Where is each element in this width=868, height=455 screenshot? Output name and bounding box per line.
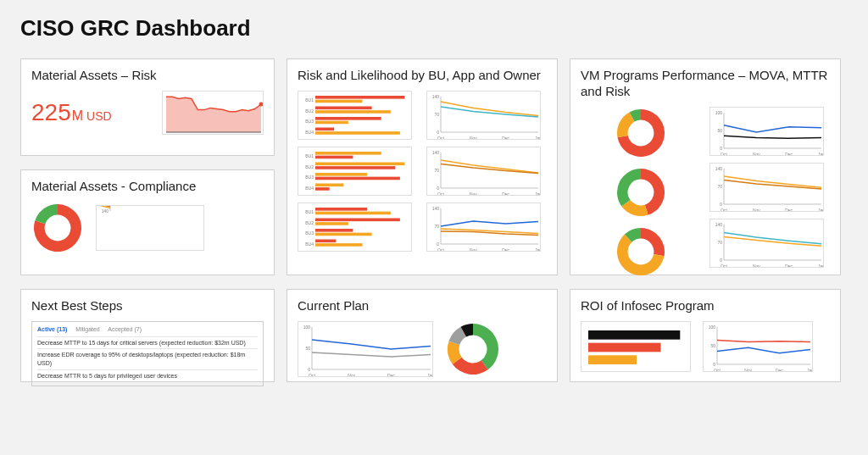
- panel-current-plan: Current Plan 050100OctNovDecJan: [287, 289, 558, 382]
- svg-rect-18: [315, 117, 381, 120]
- svg-text:Jan: Jan: [535, 136, 541, 140]
- svg-text:Jan: Jan: [818, 264, 824, 268]
- svg-rect-27: [315, 162, 404, 165]
- svg-text:BU1: BU1: [305, 209, 314, 214]
- svg-text:100: 100: [303, 325, 311, 330]
- svg-text:BU3: BU3: [305, 175, 314, 180]
- roi-line-chart: 050100OctNovDecJan: [703, 321, 813, 372]
- svg-text:140: 140: [715, 222, 723, 227]
- risk-value: 225MUSD: [31, 99, 112, 126]
- panel-risk-likelihood-bu: Risk and Likelihood by BU, App and Owner…: [287, 58, 558, 275]
- svg-rect-19: [315, 120, 348, 124]
- svg-text:100: 100: [715, 110, 723, 115]
- bu-bar-chart-3: BU1BU2BU3BU4: [298, 203, 412, 252]
- svg-text:0: 0: [437, 241, 439, 247]
- bu-line-chart-2: 070140OctNovDecJan: [426, 147, 541, 196]
- svg-rect-112: [588, 355, 637, 364]
- svg-text:Oct: Oct: [721, 264, 727, 268]
- tab-active[interactable]: Active (13): [37, 326, 67, 332]
- step-item[interactable]: Increase EDR coverage to 95% of desktops…: [37, 348, 258, 369]
- tab-accepted[interactable]: Accepted (7): [108, 326, 142, 332]
- svg-text:Dec: Dec: [785, 208, 793, 212]
- svg-text:BU2: BU2: [305, 164, 314, 169]
- svg-rect-36: [315, 208, 367, 211]
- svg-text:BU4: BU4: [305, 130, 314, 135]
- svg-text:Jan: Jan: [807, 368, 813, 372]
- svg-text:BU1: BU1: [305, 153, 314, 158]
- svg-text:0: 0: [437, 130, 439, 135]
- svg-text:Oct: Oct: [721, 152, 727, 156]
- svg-text:Oct: Oct: [714, 368, 721, 372]
- svg-rect-33: [315, 183, 343, 186]
- svg-text:140: 140: [432, 94, 440, 99]
- svg-text:BU2: BU2: [305, 108, 314, 114]
- dashboard-grid: Material Assets – Risk 225MUSD Material …: [20, 58, 848, 382]
- svg-text:Dec: Dec: [502, 247, 509, 252]
- svg-text:Dec: Dec: [785, 152, 793, 156]
- svg-text:Dec: Dec: [387, 373, 395, 377]
- svg-rect-31: [315, 176, 400, 180]
- bu-line-chart-1: 070140OctNovDecJan: [426, 91, 541, 140]
- panel-title: Material Assets - Compliance: [31, 179, 264, 195]
- plan-line-chart: 050100OctNovDecJan: [298, 321, 433, 377]
- svg-text:0: 0: [713, 362, 715, 367]
- svg-text:Jan: Jan: [818, 152, 824, 156]
- svg-text:Dec: Dec: [785, 264, 793, 268]
- svg-rect-34: [315, 187, 330, 191]
- vm-line-chart-3: 070140OctNovDecJan: [709, 219, 824, 268]
- svg-text:Nov: Nov: [753, 264, 760, 268]
- panel-title: ROI of Infosec Program: [581, 298, 830, 314]
- svg-text:BU4: BU4: [305, 186, 314, 191]
- svg-rect-24: [315, 152, 381, 155]
- svg-rect-46: [315, 243, 363, 247]
- svg-text:70: 70: [434, 168, 439, 173]
- svg-text:140: 140: [715, 166, 723, 171]
- compliance-donut-chart: [31, 202, 84, 254]
- bu-bar-chart-2: BU1BU2BU3BU4: [298, 147, 412, 196]
- panel-title: VM Programs Performance – MOVA, MTTR and…: [581, 68, 830, 100]
- step-item[interactable]: Decrease MTTR to 5 days for privileged u…: [37, 369, 258, 382]
- bu-bar-chart-1: BU1BU2BU3BU4: [298, 91, 412, 140]
- svg-text:70: 70: [717, 240, 722, 245]
- svg-rect-42: [315, 229, 353, 232]
- steps-list: Active (13) Mitigated Accepted (7) Decre…: [31, 321, 264, 386]
- svg-text:Jan: Jan: [818, 208, 824, 212]
- svg-rect-110: [588, 330, 680, 340]
- steps-tabs: Active (13) Mitigated Accepted (7): [37, 325, 258, 334]
- svg-text:140: 140: [102, 208, 109, 214]
- panel-title: Material Assets – Risk: [31, 68, 264, 84]
- svg-text:BU4: BU4: [305, 241, 314, 247]
- svg-rect-13: [315, 99, 363, 103]
- panel-material-assets-risk: Material Assets – Risk 225MUSD: [20, 58, 275, 156]
- panel-roi-infosec: ROI of Infosec Program 050100OctNovDecJa…: [570, 289, 841, 382]
- vm-donut-chart-3: [615, 225, 667, 278]
- risk-unit-scale: M: [72, 108, 83, 123]
- svg-point-1: [259, 102, 264, 106]
- svg-text:0: 0: [437, 186, 439, 191]
- svg-rect-22: [315, 131, 400, 135]
- vm-donut-chart-2: [615, 166, 667, 219]
- panel-title: Risk and Likelihood by BU, App and Owner: [298, 68, 547, 84]
- svg-rect-12: [315, 96, 404, 99]
- step-item[interactable]: Decrease MTTP to 15 days for critical se…: [37, 336, 258, 349]
- svg-text:BU3: BU3: [305, 230, 314, 236]
- svg-text:140: 140: [432, 150, 440, 155]
- svg-text:BU3: BU3: [305, 119, 314, 124]
- vm-donut-chart-1: [615, 107, 667, 159]
- svg-text:Nov: Nov: [744, 368, 752, 372]
- svg-rect-28: [315, 166, 395, 169]
- bu-line-chart-3: 070140OctNovDecJan: [426, 203, 541, 252]
- svg-text:50: 50: [305, 346, 310, 351]
- svg-text:Oct: Oct: [721, 208, 727, 212]
- panel-next-best-steps: Next Best Steps Active (13) Mitigated Ac…: [20, 289, 275, 382]
- svg-text:Jan: Jan: [535, 247, 541, 252]
- svg-rect-39: [315, 218, 400, 221]
- svg-rect-21: [315, 127, 334, 130]
- svg-rect-45: [315, 239, 336, 242]
- svg-text:Dec: Dec: [776, 368, 783, 372]
- svg-text:100: 100: [709, 325, 716, 330]
- svg-text:70: 70: [434, 112, 439, 117]
- svg-text:Oct: Oct: [309, 373, 315, 377]
- svg-text:Nov: Nov: [470, 247, 477, 252]
- tab-mitigated[interactable]: Mitigated: [75, 326, 99, 332]
